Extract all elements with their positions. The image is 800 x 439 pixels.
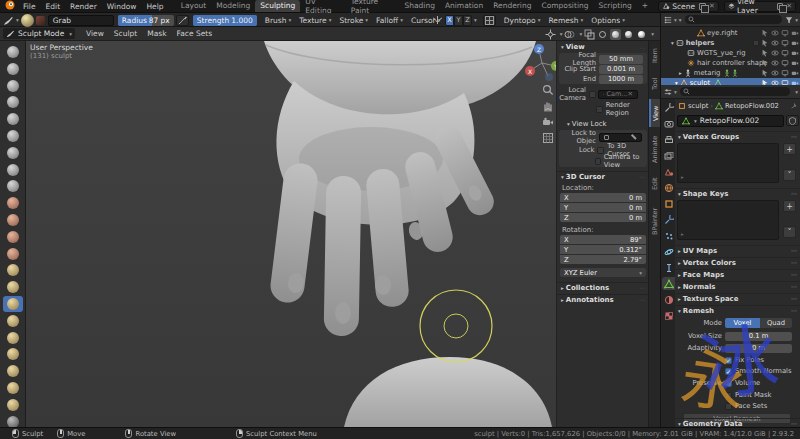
shape-keys-list[interactable]: ▸ (677, 200, 779, 240)
brush-button[interactable] (3, 111, 23, 127)
falloff-popover[interactable]: Falloff▾ (372, 16, 407, 25)
brush-button[interactable] (3, 229, 23, 245)
camera-to-view-checkbox[interactable] (595, 158, 601, 165)
disable-render-icon[interactable] (791, 39, 799, 47)
stroke-popover[interactable]: Stroke▾ (335, 16, 372, 25)
remove-view-layer-icon[interactable]: ✕ (786, 2, 792, 10)
menu-window[interactable]: Window (102, 2, 142, 11)
brush-button[interactable] (3, 397, 23, 413)
shading-material-icon[interactable] (623, 29, 634, 40)
mirror-y-toggle[interactable]: Y (454, 15, 463, 26)
remesh-mode-voxel-button[interactable]: Voxel (725, 318, 760, 328)
cursor-rotation-x[interactable]: X89° (560, 235, 646, 244)
selectable-icon[interactable] (761, 59, 769, 67)
brush-button[interactable] (3, 178, 23, 194)
properties-editor-type-icon[interactable] (664, 88, 672, 96)
local-camera-checkbox[interactable] (589, 91, 596, 98)
brush-button[interactable] (3, 330, 23, 346)
tab-render[interactable] (662, 117, 675, 130)
add-vertex-group-button[interactable]: + (783, 143, 796, 155)
options-popover[interactable]: Options▾ (587, 16, 629, 25)
brush-button[interactable] (3, 61, 23, 77)
shading-wireframe-icon[interactable] (597, 29, 608, 40)
unlink-scene-icon[interactable]: ✕ (709, 2, 715, 10)
clip-end-field[interactable]: 1000 m (599, 75, 643, 84)
outliner-display-mode-icon[interactable]: ▾ (679, 17, 682, 23)
shape-key-specials-button[interactable]: ˅ (783, 226, 796, 238)
menu-file[interactable]: File (18, 2, 41, 11)
remesh-popover[interactable]: Remesh▾ (544, 16, 587, 25)
new-scene-icon[interactable] (699, 3, 706, 10)
toggle-perspective-icon[interactable] (542, 132, 554, 144)
preserve-volume-checkbox[interactable]: ✓ (725, 380, 732, 387)
disable-viewport-icon[interactable] (781, 59, 789, 67)
outliner-row-eye-right[interactable]: eye.right (661, 28, 800, 38)
selectable-icon[interactable] (761, 39, 769, 47)
fake-user-shield-icon[interactable] (786, 115, 799, 126)
disable-viewport-icon[interactable] (781, 69, 789, 77)
workspace-tab-scripting[interactable]: Scripting (593, 0, 636, 12)
brush-button[interactable] (3, 94, 23, 110)
hide-viewport-icon[interactable] (771, 49, 779, 57)
workspace-tab-rendering[interactable]: Rendering (488, 0, 536, 12)
radius-slider[interactable]: Radius 87 px (118, 15, 174, 26)
hide-viewport-icon[interactable] (771, 69, 779, 77)
disable-viewport-icon[interactable] (781, 49, 789, 57)
annotations-panel-header[interactable]: ▸Annotations⋯ (557, 294, 649, 304)
view-layer-selector[interactable]: View Layer ✕ (724, 1, 796, 12)
cursor-location-z[interactable]: Z0 m (560, 213, 646, 222)
brush-button[interactable] (3, 246, 23, 262)
workspace-tab-animation[interactable]: Animation (440, 0, 488, 12)
add-workspace-button[interactable]: + (637, 0, 653, 12)
disable-render-icon[interactable] (791, 69, 799, 77)
fix-poles-checkbox[interactable]: ✓ (725, 357, 732, 364)
hide-viewport-icon[interactable] (771, 59, 779, 67)
brush-button[interactable] (3, 44, 23, 60)
brush-button-grab-active[interactable] (3, 296, 23, 312)
new-view-layer-icon[interactable] (777, 3, 783, 10)
tiling-icon[interactable] (483, 15, 496, 26)
brush-popover[interactable]: Brush▾ (261, 16, 295, 25)
camera-view-icon[interactable] (542, 116, 554, 128)
vertex-group-specials-button[interactable]: ˅ (783, 169, 796, 181)
shape-keys-panel-header[interactable]: ▾Shape Keys⋯ (675, 188, 800, 198)
workspace-tab-compositing[interactable]: Compositing (536, 0, 593, 12)
menu-edit[interactable]: Edit (41, 2, 66, 11)
texture-popover[interactable]: Texture▾ (295, 16, 335, 25)
disable-viewport-icon[interactable] (781, 39, 789, 47)
mirror-x-toggle[interactable]: X (445, 15, 454, 26)
menu-face-sets[interactable]: Face Sets (172, 29, 218, 38)
hide-viewport-icon[interactable] (771, 29, 779, 37)
brush-button[interactable] (3, 195, 23, 211)
menu-help[interactable]: Help (141, 2, 168, 11)
cursor-panel-header[interactable]: ▾3D Cursor⋯ (557, 171, 649, 181)
render-region-checkbox[interactable] (596, 106, 602, 113)
cursor-location-x[interactable]: X0 m (560, 193, 646, 202)
tab-scene[interactable] (662, 165, 675, 178)
menu-mask[interactable]: Mask (142, 29, 171, 38)
preserve-face-sets-checkbox[interactable] (725, 403, 732, 410)
tab-material[interactable] (662, 293, 675, 306)
brush-button[interactable] (3, 262, 23, 278)
selectable-icon[interactable] (761, 29, 769, 37)
selectable-icon[interactable] (761, 69, 769, 77)
uv-maps-panel-header[interactable]: ▸UV Maps⋯ (675, 245, 800, 255)
brush-button[interactable] (3, 279, 23, 295)
brush-button[interactable] (3, 380, 23, 396)
breadcrumb-data[interactable]: RetopoFlow.002 (725, 102, 779, 110)
brush-button[interactable] (3, 78, 23, 94)
tab-texture[interactable] (662, 309, 675, 322)
cursor-rotation-y[interactable]: Y0.312° (560, 245, 646, 254)
tab-physics[interactable] (662, 245, 675, 258)
dyntopo-popover[interactable]: Dyntopo▾ (500, 16, 545, 25)
preserve-paint-mask-checkbox[interactable] (725, 392, 732, 399)
adaptivity-field[interactable]: 0 m (725, 344, 792, 353)
shading-solid-icon[interactable] (610, 29, 621, 40)
gizmos-toggle-icon[interactable] (545, 29, 556, 40)
smooth-normals-checkbox[interactable]: ✓ (725, 368, 732, 375)
shading-rendered-icon[interactable] (636, 29, 647, 40)
xray-toggle-icon[interactable] (584, 29, 595, 40)
brush-button[interactable] (3, 162, 23, 178)
outliner-row-metarig[interactable]: ▸ metarig (661, 68, 800, 78)
face-maps-panel-header[interactable]: ▸Face Maps⋯ (675, 269, 800, 279)
